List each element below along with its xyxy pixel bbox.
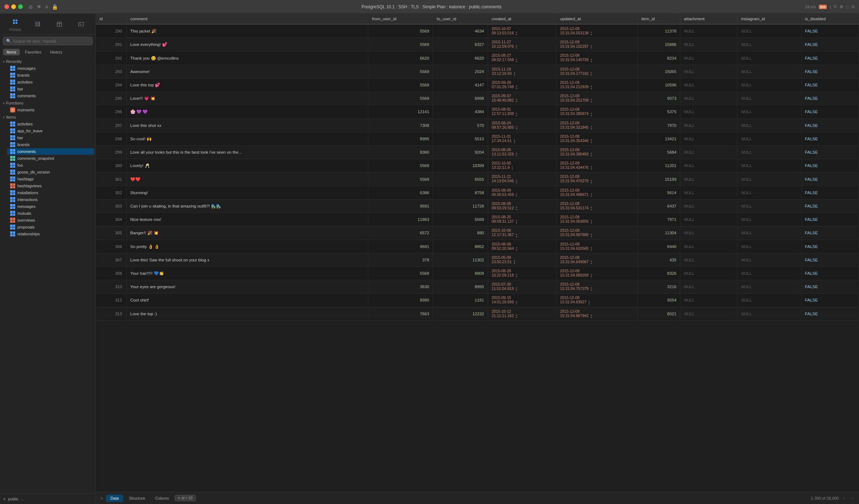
stepper-icon[interactable]: ▲▼: [513, 138, 516, 144]
stepper-icon[interactable]: ▲▼: [590, 286, 593, 291]
filter-tag[interactable]: ≡ id = 10: [175, 495, 196, 501]
sidebar-item-overviews[interactable]: overviews: [7, 217, 94, 223]
recently-header[interactable]: ▾ Recently: [0, 58, 96, 65]
sidebar-item-brands-recent[interactable]: brands: [7, 72, 94, 78]
stepper-icon[interactable]: ▲▼: [515, 179, 518, 184]
col-created-at[interactable]: created_at: [488, 14, 556, 24]
stepper-icon[interactable]: ▲▼: [590, 125, 593, 130]
col-item-id[interactable]: item_id: [638, 14, 680, 24]
stop-icon[interactable]: ⊘: [29, 4, 33, 10]
table-row[interactable]: 294Love this top 💕556941472015-09-28 07:…: [96, 78, 859, 91]
col-from-user-id[interactable]: from_user_id: [368, 14, 433, 24]
prev-page-button[interactable]: ‹: [840, 495, 847, 502]
tab-structure[interactable]: Structure: [124, 495, 149, 502]
query-icon-btn[interactable]: [76, 19, 86, 29]
table-row[interactable]: 298So cool! 🙌899555102015-11-01 17:34:24…: [96, 132, 859, 145]
refresh-icon[interactable]: ↻: [834, 4, 837, 9]
sidebar-item-brands[interactable]: brands: [7, 141, 94, 148]
stepper-icon[interactable]: ▲▼: [590, 98, 593, 103]
stepper-icon[interactable]: ▲▼: [590, 165, 593, 170]
tab-favorites[interactable]: Favorites: [21, 49, 45, 55]
stepper-icon[interactable]: ▲▼: [515, 112, 518, 117]
stepper-icon[interactable]: ▲▼: [513, 71, 516, 76]
table-row[interactable]: 290This jacket 🎉556946342015-10-07 09:13…: [96, 24, 859, 38]
stepper-icon[interactable]: ▲▼: [511, 165, 513, 170]
list-icon[interactable]: ≡: [45, 4, 48, 10]
table-row[interactable]: 308Your hair!!!!! 💙👏556988092015-08-28 1…: [96, 266, 859, 280]
sidebar-item-app-for-leave[interactable]: app_for_leave: [7, 128, 94, 134]
table-container[interactable]: id comment from_user_id to_user_id creat…: [96, 14, 859, 492]
stepper-icon[interactable]: ▲▼: [590, 273, 593, 278]
sidebar-item-activities[interactable]: activities: [7, 121, 94, 127]
grid-icon[interactable]: ⊞: [840, 4, 843, 9]
minimize-button[interactable]: [11, 4, 16, 9]
lock-icon[interactable]: 🔒: [52, 4, 58, 10]
stepper-icon[interactable]: ▲▼: [588, 300, 591, 305]
col-to-user-id[interactable]: to_user_id: [433, 14, 488, 24]
table-row[interactable]: 297Love this shot xx73085702015-08-24 09…: [96, 119, 859, 132]
stepper-icon[interactable]: ▲▼: [513, 260, 516, 265]
tab-data[interactable]: Data: [106, 495, 123, 502]
table-row[interactable]: 312Cool shirt!899511912015-09-15 14:01:2…: [96, 294, 859, 307]
sidebar-item-interactions[interactable]: interactions: [7, 196, 94, 203]
table-row[interactable]: 303Can I join u skating, in that amazing…: [96, 199, 859, 213]
next-page-button[interactable]: ›: [849, 495, 856, 502]
table-row[interactable]: 310Your eyes are gorgeous!363089952015-0…: [96, 280, 859, 294]
stepper-icon[interactable]: ▲▼: [590, 206, 593, 211]
items-header[interactable]: ▾ Items: [0, 114, 96, 120]
stepper-icon[interactable]: ▲▼: [590, 260, 593, 265]
sidebar-item-bar[interactable]: bar: [7, 134, 94, 141]
search-input[interactable]: [13, 39, 89, 43]
table-row[interactable]: 304Nice texture mix!1186355692015-08-25 …: [96, 213, 859, 226]
table-row[interactable]: 291Love everything! 💕556963272015-11-27 …: [96, 38, 859, 51]
col-is-disabled[interactable]: is_disabled: [801, 14, 859, 24]
stepper-icon[interactable]: ▲▼: [515, 31, 518, 36]
sidebar-item-foo[interactable]: foo: [7, 162, 94, 168]
table-row[interactable]: 295Love!!! 💗 💥556969982015-09-07 15:48:4…: [96, 92, 859, 105]
sidebar-item-comments[interactable]: comments: [7, 148, 94, 155]
functions-header[interactable]: ▾ Functions: [0, 100, 96, 106]
sidebar-item-activities-recent[interactable]: activities: [7, 79, 94, 85]
table-row[interactable]: 293Awesome!556920242015-11-19 23:12:16.8…: [96, 65, 859, 78]
app-icon[interactable]: [10, 17, 20, 27]
sidebar-item-bar-recent[interactable]: bar: [7, 86, 94, 92]
stepper-icon[interactable]: ▲▼: [515, 125, 518, 130]
stepper-icon[interactable]: ▲▼: [590, 58, 593, 63]
sidebar-item-mutuals[interactable]: mutuals: [7, 210, 94, 217]
stepper-icon[interactable]: ▲▼: [515, 44, 518, 49]
sidebar-item-messages-recent[interactable]: messages: [7, 65, 94, 72]
maximize-button[interactable]: [18, 4, 23, 9]
col-instagram-id[interactable]: instagram_id: [737, 14, 801, 24]
stepper-icon[interactable]: ▲▼: [515, 192, 518, 197]
stepper-icon[interactable]: ▲▼: [515, 273, 518, 278]
stepper-icon[interactable]: ▲▼: [590, 152, 593, 157]
sidebar-item-hashtags[interactable]: hashtags: [7, 176, 94, 182]
server-icon-btn[interactable]: [33, 19, 43, 29]
tab-items[interactable]: Items: [3, 49, 20, 55]
window-icon[interactable]: □: [846, 5, 849, 9]
table-row[interactable]: 301❤️❤️556965552015-11-21 14:13:04.546▲▼…: [96, 172, 859, 186]
sidebar-item-comments-recent[interactable]: comments: [7, 93, 94, 99]
table-row[interactable]: 307Love this! Saw the full shoot on your…: [96, 253, 859, 266]
col-id[interactable]: id: [96, 14, 127, 24]
stepper-icon[interactable]: ▲▼: [515, 246, 518, 251]
stepper-icon[interactable]: ▲▼: [590, 85, 593, 90]
table-row[interactable]: 302Stunning!638687582015-08-09 05:26:53.…: [96, 186, 859, 199]
tab-column[interactable]: Column: [151, 495, 173, 502]
stepper-icon[interactable]: ▲▼: [590, 192, 593, 197]
stepper-icon[interactable]: ▲▼: [590, 313, 593, 319]
stepper-icon[interactable]: ▲▼: [590, 138, 593, 144]
table-icon-btn[interactable]: [54, 19, 64, 29]
stepper-icon[interactable]: ▲▼: [590, 246, 593, 251]
sidebar-item-messages[interactable]: messages: [7, 203, 94, 210]
sidebar-item-installations[interactable]: installations: [7, 189, 94, 196]
table-row[interactable]: 300Lovely! 🥂5569103992015-10-05 13:22:11…: [96, 159, 859, 172]
stepper-icon[interactable]: ▲▼: [515, 152, 518, 157]
table-row[interactable]: 306So pretty 👌 👌969188522015-08-08 09:52…: [96, 240, 859, 253]
eye-icon[interactable]: 👁: [37, 4, 42, 10]
table-row[interactable]: 305Banger!! 🎉 💥65728802015-10-06 12:17:3…: [96, 226, 859, 240]
sidebar-item-comments-snapshot[interactable]: comments_snapshot: [7, 155, 94, 162]
stepper-icon[interactable]: ▲▼: [515, 233, 518, 238]
search-box[interactable]: 🔍: [3, 37, 93, 45]
stepper-icon[interactable]: ▲▼: [515, 300, 518, 305]
